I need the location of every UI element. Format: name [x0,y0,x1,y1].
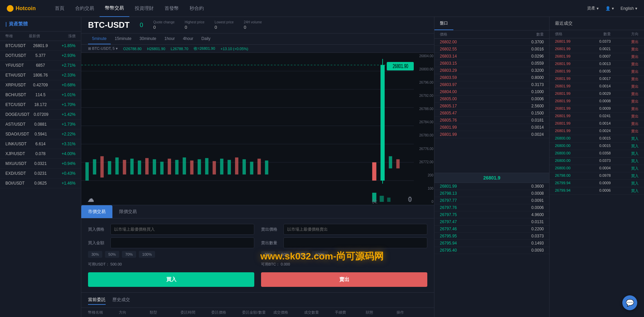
tab-history[interactable]: 歷史成交 [112,295,130,305]
ob-mid-price: 26801.9 [434,173,549,183]
buy-pct-100[interactable]: 100% [139,251,155,258]
buy-avail: 可用USDT： 500.00 [88,262,254,267]
ask-row[interactable]: 26803.14 0.0296 [434,53,549,60]
ask-row[interactable]: 26805.47 0.1500 [434,110,549,117]
ask-row[interactable]: 26803.15 0.0559 [434,60,549,67]
coin-row[interactable]: ETH/USDT 1806.76 +2.33% [0,70,81,80]
trade-direction: 賣出 [611,121,639,126]
trade-price: 26799.94 [555,181,583,186]
tab-daily[interactable]: Daily [197,34,215,44]
coin-price: 0.42709 [29,83,52,87]
bid-row[interactable]: 26797.76 0.0006 [434,204,549,211]
coin-price: 0.07209 [29,112,52,117]
bid-row[interactable]: 26797.75 4.9600 [434,211,549,218]
coin-row[interactable]: DOT/USDT 5.377 +2.93% [0,51,81,61]
bid-row[interactable]: 26801.99 0.3600 [434,183,549,190]
tab-limit[interactable]: 限價交易 [112,205,144,218]
tab-1hour[interactable]: 1hour [160,34,179,44]
coin-row[interactable]: LINK/USDT 6.614 +3.31% [0,139,81,149]
ask-row[interactable]: 26801.99 0.0014 [434,124,549,131]
bid-row[interactable]: 26798.13 0.0008 [434,190,549,197]
tab-market[interactable]: 市價交易 [81,205,112,218]
ask-row[interactable]: 26805.76 0.0181 [434,117,549,124]
account-link[interactable]: 👤 ▾ [605,6,614,11]
coin-change: +2.93% [52,53,76,58]
col-change: 漲價 [52,34,76,39]
bid-row[interactable]: 26797.47 0.0131 [434,218,549,226]
buy-amount-input[interactable] [110,237,254,248]
assets-link[interactable]: 資產 ▾ [587,5,599,11]
sell-qty-input[interactable] [283,237,427,248]
nav-options[interactable]: 秒合約 [184,0,209,17]
buy-pct-30[interactable]: 30% [88,251,102,258]
bid-row[interactable]: 26797.46 0.2200 [434,226,549,233]
bid-price: 26797.47 [440,219,492,224]
sell-pct-30[interactable]: 30% [261,251,275,258]
tab-30min[interactable]: 30minute [135,34,160,44]
buy-pct-70[interactable]: 70% [122,251,136,258]
ask-row[interactable]: 26803.29 0.3200 [434,67,549,74]
coin-row[interactable]: YFI/USDT 6857 +2.71% [0,61,81,70]
bid-row[interactable]: 26795.94 0.1493 [434,240,549,247]
coin-row[interactable]: BTC/USDT 26801.9 +1.85% [0,41,81,51]
ask-row[interactable]: 26802.55 0.0016 [434,46,549,53]
sell-button[interactable]: 賣出 [261,272,427,287]
sell-pct-70[interactable]: 70% [295,251,309,258]
trades-list: 26801.99 0.0373 賣出 26801.99 0.0021 賣出 26… [550,38,644,317]
bid-price: 26797.46 [440,227,492,231]
nav-home[interactable]: 首頁 [49,0,70,17]
tab-15min[interactable]: 15minute [111,34,135,44]
tab-5min[interactable]: 5minute [88,34,111,44]
nav-spot[interactable]: 幣幣交易 [100,0,129,17]
tab-orderbook[interactable]: 盤口 [434,17,453,30]
current-price: 0 [140,22,143,29]
coin-row[interactable]: AST/USDT 0.0881 +1.73% [0,120,81,129]
language-selector[interactable]: English ▾ [621,6,637,11]
bid-row[interactable]: 26797.77 0.0091 [434,197,549,204]
header: Hotcoin 首頁 合約交易 幣幣交易 投資理財 首發幣 秒合約 資產 ▾ 👤… [0,0,644,17]
buy-pct-50[interactable]: 50% [105,251,119,258]
coin-row[interactable]: BCH/USDT 114.5 +1.01% [0,90,81,100]
coin-row[interactable]: DOGE/USDT 0.07209 +1.42% [0,110,81,120]
ask-row[interactable]: 26803.97 0.3173 [434,81,549,88]
buy-button[interactable]: 買入 [88,272,254,287]
col-coin: 幣種 [5,34,29,39]
coin-row[interactable]: SDAO/USDT 0.5941 +2.22% [0,129,81,139]
ask-row[interactable]: 26803.59 0.8000 [434,74,549,81]
ask-row[interactable]: 26805.00 0.0006 [434,96,549,103]
coin-row[interactable]: EXD/USDT 0.0231 +0.43% [0,169,81,178]
svg-rect-25 [220,159,223,175]
tab-4hour[interactable]: 4hour [179,34,197,44]
ask-row[interactable]: 26805.17 2.5600 [434,103,549,110]
tab-current-orders[interactable]: 當前委託 [88,295,106,305]
sell-price-input[interactable] [283,224,427,235]
coin-name: MXU/USDT [5,161,29,166]
nav-ido[interactable]: 首發幣 [159,0,184,17]
chat-button[interactable]: 💬 [622,295,637,310]
coin-name: ETH/USDT [5,73,29,78]
trade-row: 26801.99 0.0008 賣出 [550,98,644,105]
trade-direction: 賣出 [611,84,639,89]
svg-text:☁: ☁ [87,193,94,204]
sell-pct-50[interactable]: 50% [278,251,292,258]
bid-row[interactable]: 26795.40 0.0093 [434,247,549,254]
trade-direction: 買入 [611,181,639,186]
coin-row[interactable]: ETC/USDT 18.172 +1.70% [0,100,81,110]
coin-row[interactable]: BOI/USDT 0.0625 +1.46% [0,178,81,188]
ask-row[interactable]: 26804.00 0.1000 [434,88,549,96]
logo-icon [7,5,14,12]
bid-row[interactable]: 26795.95 0.0373 [434,233,549,240]
buy-price-input[interactable] [110,224,254,235]
sell-pct-100[interactable]: 100% [312,251,328,258]
ask-row[interactable]: 26801.99 0.0024 [434,131,549,138]
coin-row[interactable]: XJP/USDT 0.078 +4.00% [0,149,81,159]
coin-price: 0.0321 [29,161,52,166]
coin-price: 0.5941 [29,132,52,136]
ask-row[interactable]: 26802.00 0.3700 [434,39,549,46]
coin-row[interactable]: MXU/USDT 0.0321 +0.94% [0,159,81,169]
nav-invest[interactable]: 投資理財 [129,0,159,17]
nav-futures[interactable]: 合約交易 [70,0,100,17]
coin-row[interactable]: XRP/USDT 0.42709 +0.68% [0,80,81,90]
chevron-down-icon2: ▾ [612,6,614,11]
lowest-price-value: 0 [215,25,234,30]
